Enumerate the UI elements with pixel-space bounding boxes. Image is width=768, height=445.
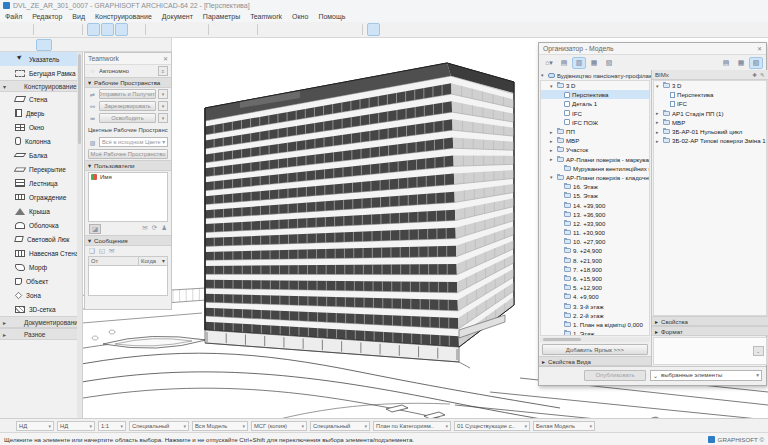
tool-item[interactable]: Бегущая Рамка — [0, 66, 82, 80]
pick-up-parameters-button[interactable] — [52, 23, 65, 36]
inject-parameters-button[interactable] — [66, 23, 79, 36]
gravity-button[interactable] — [87, 23, 100, 36]
tree-item[interactable]: 14. +39,900 — [541, 200, 649, 209]
tool-item[interactable]: Световой Люк — [0, 232, 82, 246]
add-shortcut-button[interactable]: Добавить Ярлык >>> — [542, 344, 648, 355]
sep[interactable] — [208, 24, 209, 35]
marquee-mode-button[interactable] — [19, 39, 35, 51]
toolbox-scrollbar[interactable] — [77, 52, 82, 418]
expand-arrow-icon[interactable]: ▸ — [550, 147, 555, 153]
reserve-options-icon[interactable]: ▾ — [158, 101, 168, 111]
tree-item[interactable]: 1. Этаж — [541, 329, 649, 336]
tree-item[interactable]: 13. +36,900 — [541, 210, 649, 219]
menu-item[interactable]: Файл — [0, 11, 27, 22]
sum-button[interactable] — [290, 23, 303, 36]
menu-item[interactable]: Помощь — [313, 11, 350, 22]
marquee-options-button[interactable] — [178, 23, 191, 36]
menu-item[interactable]: Документ — [157, 11, 198, 22]
guide-lines-button[interactable] — [150, 23, 163, 36]
dimension-button[interactable] — [318, 23, 331, 36]
sep[interactable] — [82, 24, 83, 35]
users-list[interactable]: Имя — [88, 172, 168, 222]
split-button[interactable] — [227, 23, 240, 36]
messages-from-header[interactable]: От — [89, 257, 139, 265]
tool-item[interactable]: Лестница — [0, 176, 82, 190]
arrow-options-button[interactable] — [53, 39, 69, 51]
tree-item[interactable]: 2. 2-й этаж — [541, 311, 649, 320]
nd-field-1[interactable]: НД▾ — [16, 421, 54, 431]
sep[interactable] — [145, 24, 146, 35]
mvo-field[interactable]: Специальный▾ — [310, 421, 370, 431]
tree-item[interactable]: ▸ Участок — [541, 145, 649, 154]
refresh-icon[interactable]: ⟳ — [152, 224, 157, 234]
tool-item[interactable]: Объект — [0, 274, 82, 288]
users-section-header[interactable]: Пользователи — [94, 162, 134, 169]
user-settings-icon[interactable]: ♟ — [161, 224, 167, 234]
tree-item[interactable]: ▸ АР1 Стадія ПП (1) — [654, 109, 766, 118]
menu-item[interactable]: Вид — [67, 11, 90, 22]
user-filter-button[interactable]: ◪ — [89, 224, 101, 234]
menu-item[interactable]: Teamwork — [245, 11, 287, 22]
tree-item[interactable]: ▸ МВР — [541, 136, 649, 145]
tree-item[interactable]: IFC ПОЖ — [541, 118, 649, 127]
tree-item[interactable]: IFC — [541, 109, 649, 118]
grid-snap-button[interactable] — [2, 39, 18, 51]
tree-item[interactable]: ▾ АР-Плани поверхів - кладочні — [541, 173, 649, 182]
graphic-override-field[interactable]: План по Категориям..▾ — [373, 421, 451, 431]
view-map-icon[interactable]: ▥ — [572, 57, 586, 69]
tree-item[interactable]: 15. Этаж — [541, 191, 649, 200]
messages-list[interactable] — [88, 266, 168, 296]
tool-item[interactable]: Окно — [0, 120, 82, 134]
send-receive-options-icon[interactable]: ▾ — [158, 89, 168, 99]
edit-icon[interactable]: ✎ — [760, 72, 765, 78]
tree-item[interactable]: ▸ 3Б-02-АР Типові поверхи Зміна 1 — [654, 136, 766, 145]
new-message-icon[interactable]: ❑ — [89, 247, 95, 255]
tool-item[interactable]: Крыша — [0, 204, 82, 218]
grid-button[interactable] — [346, 23, 359, 36]
tool-item[interactable]: Ограждение — [0, 190, 82, 204]
nd-field-2[interactable]: НД▾ — [57, 421, 95, 431]
tree-item[interactable]: 12. +33,900 — [541, 219, 649, 228]
tool-item[interactable]: ▸ Разное — [0, 328, 82, 340]
expand-arrow-icon[interactable]: ▸ — [656, 119, 661, 125]
tool-item[interactable]: Зона — [0, 288, 82, 302]
tree-item[interactable]: ▸ 3Б-АР-01 Нульовий цикл — [654, 127, 766, 136]
tool-item[interactable]: Перекрытие — [0, 162, 82, 176]
tool-item[interactable]: Балка — [0, 148, 82, 162]
qb-redo-icon[interactable] — [3, 404, 14, 415]
undo-button[interactable] — [3, 23, 16, 36]
messages-section-header[interactable]: Сообщения — [94, 237, 128, 244]
highlight-button[interactable] — [192, 23, 205, 36]
measure-button[interactable] — [304, 23, 317, 36]
tree-item[interactable]: 3. 3-й этаж — [541, 302, 649, 311]
tree-item[interactable]: 9. +24,900 — [541, 246, 649, 255]
tool-item[interactable]: Дверь — [0, 106, 82, 120]
menu-item[interactable]: Редактор — [27, 11, 67, 22]
layers-button[interactable] — [367, 23, 380, 36]
tree-item[interactable]: 6. +15,900 — [541, 274, 649, 283]
redo-button[interactable] — [17, 23, 30, 36]
tree-item[interactable]: Перспектива — [654, 90, 766, 99]
tool-item[interactable]: Стена — [0, 92, 82, 106]
renovation-filter-field[interactable]: 01 Существующие с..▾ — [454, 421, 530, 431]
menu-item[interactable]: Конструирование — [90, 11, 157, 22]
tool-item[interactable]: Колонна — [0, 134, 82, 148]
tree-item[interactable]: 11. +30,900 — [541, 228, 649, 237]
format-header[interactable]: Формат — [661, 328, 683, 335]
expand-arrow-icon[interactable]: ▸ — [656, 129, 661, 135]
tree-item[interactable]: 5. +12,900 — [541, 283, 649, 292]
release-button[interactable]: Освободить — [99, 113, 156, 123]
expand-arrow-icon[interactable]: ▸ — [550, 138, 555, 144]
layer-combination-field[interactable]: Вся Модель▾ — [192, 421, 248, 431]
sent-message-icon[interactable]: ✉ — [109, 247, 114, 255]
expand-arrow-icon[interactable]: ▸ — [550, 156, 555, 162]
color-scheme-dropdown[interactable]: Всё в исходном Цвете ▾ — [99, 137, 168, 147]
tool-item[interactable]: ▸ Документирование — [0, 316, 82, 328]
sep[interactable] — [257, 24, 258, 35]
add-user-icon[interactable]: ✉ — [142, 224, 147, 234]
tree-item[interactable]: 8. +21,900 — [541, 256, 649, 265]
qb-zoom-icon[interactable] — [3, 415, 14, 426]
tree-item[interactable]: 16. Этаж — [541, 182, 649, 191]
messages-when-header[interactable]: Когда ▾ — [139, 257, 167, 265]
tree-item[interactable]: IFC — [654, 99, 766, 108]
